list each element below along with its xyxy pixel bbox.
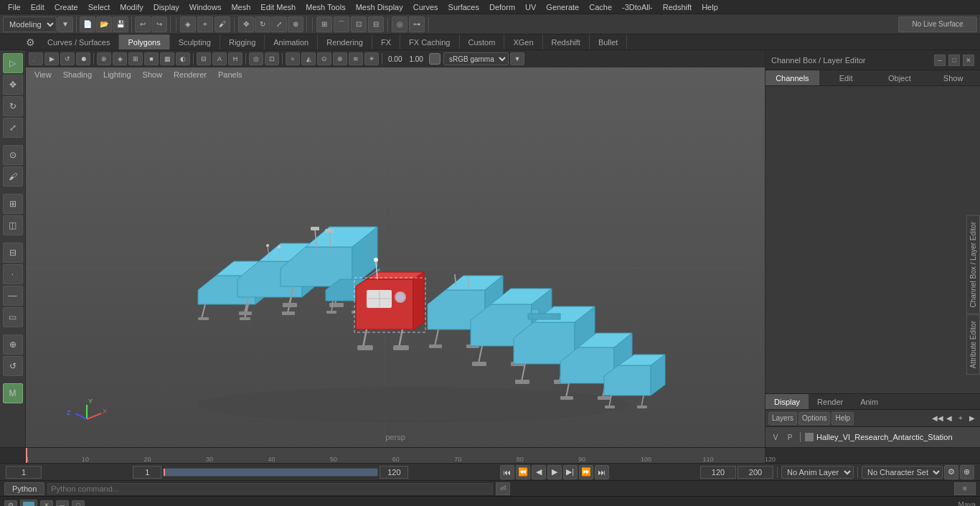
ws-tab-redshift[interactable]: Redshift xyxy=(543,34,590,50)
snap-curve-btn[interactable]: ⌒ xyxy=(334,17,349,32)
vp-xray-btn[interactable]: ◈ xyxy=(113,52,127,65)
play-btn[interactable]: ▶ xyxy=(547,465,562,479)
vp-hud-btn[interactable]: H xyxy=(228,52,242,65)
select-tool-btn[interactable]: ◈ xyxy=(180,17,196,32)
open-file-btn[interactable]: 📂 xyxy=(96,17,112,32)
menu-3dtoall[interactable]: -3DtoAll- xyxy=(617,1,658,13)
viewport-menu-show[interactable]: Show xyxy=(137,69,169,80)
menu-generate[interactable]: Generate xyxy=(541,1,584,13)
pb-extra-btn[interactable]: ⊕ xyxy=(960,465,974,479)
workspace-menu-btn[interactable]: ▼ xyxy=(57,17,73,32)
ws-tab-polygons[interactable]: Polygons xyxy=(119,34,169,50)
viewport-menu-view[interactable]: View xyxy=(29,69,57,80)
total-frames-input[interactable] xyxy=(738,466,773,479)
layers-tab-render[interactable]: Render xyxy=(809,394,852,409)
menu-modify[interactable]: Modify xyxy=(115,1,148,13)
viewport-menu-lighting[interactable]: Lighting xyxy=(98,69,137,80)
undo-btn[interactable]: ↩ xyxy=(135,17,151,32)
viewport-menu-renderer[interactable]: Renderer xyxy=(168,69,212,80)
cb-tab-edit[interactable]: Edit xyxy=(819,70,873,85)
ws-tab-xgen[interactable]: XGen xyxy=(504,34,542,50)
viewport[interactable]: View Shading Lighting Show Renderer Pane… xyxy=(26,50,765,447)
step-fwd-btn[interactable]: ⏩ xyxy=(579,465,593,479)
universal-btn[interactable]: ⊕ xyxy=(288,17,303,32)
workspace-settings-btn[interactable]: ⚙ xyxy=(22,34,39,50)
snap-point-btn[interactable]: ⊡ xyxy=(351,17,367,32)
menu-surfaces[interactable]: Surfaces xyxy=(443,1,484,13)
vp-textured-btn[interactable]: ▦ xyxy=(160,52,174,65)
anim-end-input[interactable] xyxy=(700,466,736,479)
script-editor-btn[interactable]: ≡ xyxy=(954,482,976,495)
redo-btn[interactable]: ↪ xyxy=(151,17,167,32)
vp-playback-btn[interactable]: ▶ xyxy=(44,52,59,65)
edge-btn[interactable]: — xyxy=(3,286,23,306)
vp-shaded-btn[interactable]: ◐ xyxy=(176,52,190,65)
character-set-select[interactable]: No Character Set xyxy=(862,466,943,479)
display-settings-btn[interactable]: ◫ xyxy=(3,215,23,235)
layers-nav-add[interactable]: + xyxy=(956,413,966,423)
vp-dof-btn[interactable]: ⊗ xyxy=(333,52,347,65)
side-tab-attribute-editor[interactable]: Attribute Editor xyxy=(966,314,980,375)
window-maximize-btn[interactable]: □ xyxy=(72,500,85,507)
timeline-ruler[interactable]: 1102030405060708090100110120 xyxy=(26,448,765,463)
menu-mesh-tools[interactable]: Mesh Tools xyxy=(301,1,350,13)
soft-mod-btn[interactable]: ◎ xyxy=(392,17,407,32)
save-file-btn[interactable]: 💾 xyxy=(113,17,128,32)
move-btn[interactable]: ✥ xyxy=(238,17,254,32)
menu-display[interactable]: Display xyxy=(149,1,184,13)
layers-options-btn[interactable]: Options xyxy=(798,412,830,425)
menu-help[interactable]: Help xyxy=(697,1,723,13)
track-btn[interactable]: ⊕ xyxy=(3,334,23,355)
menu-mesh[interactable]: Mesh xyxy=(226,1,255,13)
select-mode-btn[interactable]: ▷ xyxy=(3,53,23,73)
vp-record-btn[interactable]: ⏺ xyxy=(76,52,90,65)
vp-wireframe-btn[interactable]: ⊞ xyxy=(128,52,143,65)
no-live-surface-btn[interactable]: No Live Surface xyxy=(898,17,977,32)
menu-edit[interactable]: Edit xyxy=(26,1,50,13)
timeline-current-frame[interactable] xyxy=(26,448,27,463)
side-tab-channel-box[interactable]: Channel Box / Layer Editor xyxy=(966,215,980,314)
timeline[interactable]: 1102030405060708090100110120 xyxy=(0,447,980,463)
channel-box-minimize[interactable]: ─ xyxy=(934,55,946,66)
menu-file[interactable]: File xyxy=(3,1,26,13)
ws-tab-fxcaching[interactable]: FX Caching xyxy=(400,34,459,50)
new-file-btn[interactable]: 📄 xyxy=(80,17,95,32)
goto-end-btn[interactable]: ⏭ xyxy=(595,465,609,479)
symmetry-btn[interactable]: ⊶ xyxy=(409,17,425,32)
paint-sel-btn[interactable]: 🖌 xyxy=(215,17,230,32)
next-frame-btn[interactable]: ▶| xyxy=(563,465,578,479)
range-end-input[interactable] xyxy=(380,466,408,479)
python-enter-btn[interactable]: ⏎ xyxy=(496,482,510,495)
transform-mode-btn[interactable]: ✥ xyxy=(3,75,23,95)
menu-mesh-display[interactable]: Mesh Display xyxy=(351,1,408,13)
vp-light-btn[interactable]: ☀ xyxy=(364,52,379,65)
menu-uv[interactable]: UV xyxy=(520,1,541,13)
layers-nav-prev[interactable]: ◀ xyxy=(944,413,954,423)
menu-deform[interactable]: Deform xyxy=(484,1,520,13)
snap-settings-btn[interactable]: ⊞ xyxy=(3,194,23,214)
range-bar[interactable] xyxy=(163,468,378,477)
menu-redshift[interactable]: Redshift xyxy=(658,1,697,13)
viewport-menu-panels[interactable]: Panels xyxy=(212,69,248,80)
scene[interactable]: X Y Z persp xyxy=(26,67,765,447)
layers-tab-display[interactable]: Display xyxy=(765,394,809,409)
frame-input[interactable] xyxy=(6,466,42,479)
ws-tab-fx[interactable]: FX xyxy=(372,34,400,50)
goto-start-btn[interactable]: ⏮ xyxy=(500,465,514,479)
layer-color-swatch[interactable] xyxy=(805,433,814,441)
layers-nav-first[interactable]: ◀◀ xyxy=(933,413,943,423)
ws-tab-curves[interactable]: Curves / Surfaces xyxy=(39,34,119,50)
range-start-input[interactable] xyxy=(133,466,161,479)
channel-box-float[interactable]: □ xyxy=(948,55,960,66)
scale-mode-btn[interactable]: ⤢ xyxy=(3,118,23,138)
scale-btn[interactable]: ⤢ xyxy=(271,17,287,32)
lasso-btn[interactable]: ⌖ xyxy=(197,17,213,32)
vp-solid-btn[interactable]: ■ xyxy=(144,52,159,65)
vp-fog-btn[interactable]: ≈ xyxy=(286,52,300,65)
menu-windows[interactable]: Windows xyxy=(184,1,227,13)
step-back-btn[interactable]: ⏪ xyxy=(516,465,530,479)
menu-edit-mesh[interactable]: Edit Mesh xyxy=(255,1,301,13)
vp-grid-btn[interactable]: ⊟ xyxy=(197,52,211,65)
layer-visibility[interactable]: V xyxy=(770,431,781,443)
cb-tab-show[interactable]: Show xyxy=(926,70,980,85)
